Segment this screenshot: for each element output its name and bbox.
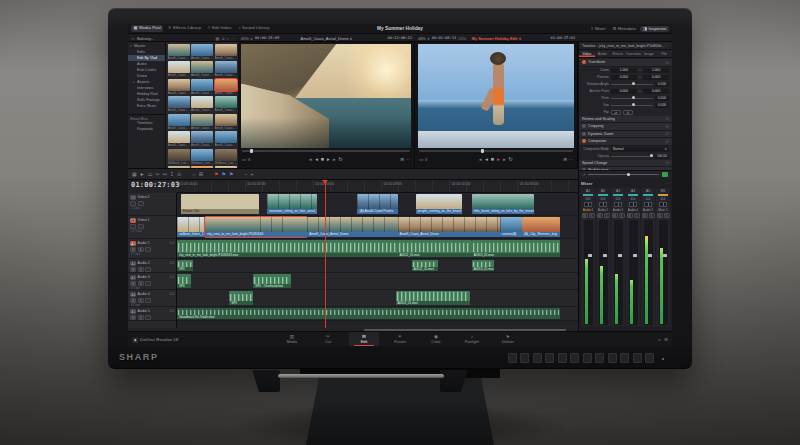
mute-button[interactable]: M — [130, 247, 136, 252]
mute-button[interactable]: M — [642, 213, 648, 218]
fader-handle[interactable] — [663, 254, 667, 257]
loop-button[interactable]: ↻ — [508, 157, 512, 162]
media-clip[interactable]: Amalfi_Coast_Dr... — [191, 61, 213, 77]
track-lock-button[interactable] — [145, 315, 151, 320]
timeline-clip[interactable]: people_running_on_the_beach_(A_Dily — [416, 194, 462, 214]
mute-button[interactable]: M — [612, 213, 618, 218]
fader-handle[interactable] — [603, 254, 607, 257]
razor-tool-icon[interactable]: ✂ — [155, 172, 159, 177]
reset-icon[interactable]: ↺ — [666, 60, 669, 65]
media-clip[interactable]: Amalfi_Coast_Ha... — [168, 131, 190, 147]
go-to-start-button[interactable]: « — [479, 157, 482, 162]
track-destination-a3[interactable]: A3 — [130, 275, 136, 280]
timeline-clip[interactable]: SFX — [229, 291, 253, 305]
timeline-clip[interactable]: sunrise(A) — [500, 217, 522, 237]
play-button[interactable]: ▸ — [497, 157, 500, 162]
pan-control[interactable] — [659, 202, 667, 207]
timeline-clip[interactable]: Amalfi_Coast_Aerial_Drone — [307, 217, 397, 237]
page-tab-deliver[interactable]: ➤Deliver — [493, 332, 523, 346]
fader-handle[interactable] — [633, 254, 637, 257]
timeline-clip[interactable]: little_forest_sitting_on_lake_by_the_mou… — [472, 194, 534, 214]
section-enable-toggle[interactable] — [582, 60, 586, 64]
insert-clip-icon[interactable]: ↦ — [163, 172, 167, 177]
auto-select-button[interactable] — [138, 201, 144, 206]
timeline-viewer-image[interactable] — [418, 44, 574, 148]
media-clip[interactable]: Amalfi_Coast_Pe... — [215, 61, 237, 77]
track-destination-v2[interactable]: V2 — [130, 195, 136, 200]
channel-fader[interactable] — [659, 220, 668, 325]
timeline-clip[interactable]: Fusion Title — [181, 194, 259, 214]
top-tab-effects-library[interactable]: ✳Effects Library — [165, 25, 203, 31]
solo-button[interactable]: S — [619, 213, 625, 218]
media-clip[interactable]: Amalfi_Coast_Pi... — [191, 131, 213, 147]
top-tab-mixer[interactable]: ≡Mixer — [588, 26, 608, 32]
section-enable-toggle[interactable] — [582, 124, 586, 128]
mute-button[interactable]: M — [130, 267, 136, 272]
overwrite-clip-icon[interactable]: ↧ — [170, 172, 174, 177]
media-clip[interactable]: Wellbeck_Lond... — [168, 149, 190, 165]
flip-horizontal-button[interactable]: ⇄ — [611, 110, 621, 115]
value-field[interactable]: 0.000 — [655, 103, 669, 108]
media-clip[interactable]: Amalfi_Coast_Ae... — [215, 44, 237, 60]
timeline-clip[interactable]: SFX — [177, 260, 193, 271]
pan-control[interactable] — [629, 202, 637, 207]
inspector-section-cropping[interactable]: Cropping↺ — [579, 123, 672, 131]
x-value-field[interactable]: 0.000 — [611, 75, 637, 80]
timeline-clip[interactable]: A0013_01.mov — [472, 260, 494, 271]
timeline-ruler[interactable]: 01:00:16:0001:00:20:0001:00:24:0001:00:2… — [177, 180, 578, 193]
timeline-clip[interactable]: (A)_Clip_Shimmer_brig — [522, 217, 560, 237]
project-manager-icon[interactable]: ⌂ — [658, 337, 661, 342]
monitor-button[interactable] — [583, 353, 592, 363]
value-slider[interactable] — [611, 156, 653, 157]
monitor-button[interactable] — [620, 353, 629, 363]
step-back-button[interactable]: ◂ — [485, 157, 488, 162]
solo-button[interactable]: S — [138, 298, 144, 303]
solo-button[interactable]: S — [604, 213, 610, 218]
monitor-button[interactable] — [570, 353, 579, 363]
top-tab-metadata[interactable]: ⊞Metadata — [610, 26, 638, 32]
media-clip[interactable]: Amalfi_Coast_Tr... — [168, 96, 190, 112]
value-field[interactable]: 0.000 — [655, 96, 669, 101]
timeline-clip[interactable]: SFX - Overhead.mov — [253, 274, 291, 288]
inspector-tab-video[interactable]: Video — [579, 50, 595, 57]
monitor-button[interactable] — [520, 353, 529, 363]
solo-button[interactable]: S — [649, 213, 655, 218]
more-options-icon[interactable]: ⋯ — [231, 36, 235, 41]
pan-control[interactable] — [584, 202, 592, 207]
solo-button[interactable]: S — [589, 213, 595, 218]
inspector-section-composite[interactable]: Composite↺ — [579, 138, 672, 146]
timeline-viewer-options[interactable]: ⊞ ⋯ — [563, 153, 573, 166]
solo-button[interactable]: S — [138, 281, 144, 286]
inspector-tab-transition[interactable]: Transition — [626, 50, 642, 57]
page-tab-cut[interactable]: ✂Cut — [313, 332, 343, 346]
top-tab-inspector[interactable]: ◨Inspector — [640, 26, 669, 32]
channel-fader[interactable] — [644, 220, 653, 325]
mute-button[interactable]: M — [597, 213, 603, 218]
media-clip[interactable]: Amalfi_Coast_To... — [215, 114, 237, 130]
inspector-tab-audio[interactable]: Audio — [595, 50, 611, 57]
inspector-section-retime-and-scaling[interactable]: Retime and Scaling↺ — [579, 116, 672, 124]
timeline-clip[interactable]: A0013_01.mov — [396, 291, 470, 305]
section-enable-toggle[interactable] — [582, 132, 586, 136]
solo-button[interactable]: S — [664, 213, 670, 218]
marker-blue-icon[interactable]: ⚑ — [222, 172, 226, 177]
pan-control[interactable] — [599, 202, 607, 207]
solo-button[interactable]: S — [138, 315, 144, 320]
page-tab-color[interactable]: ◉Color — [421, 332, 451, 346]
monitor-button[interactable] — [545, 353, 554, 363]
step-back-button[interactable]: ◂ — [315, 157, 318, 162]
solo-button[interactable]: S — [138, 267, 144, 272]
channel-fader[interactable] — [614, 220, 623, 325]
track-destination-a1[interactable]: A1 — [130, 241, 136, 246]
timeline-clip[interactable]: sky_next_to_me_look_bright-P1080563 — [205, 217, 307, 237]
top-tab-media-pool[interactable]: ▦Media Pool — [131, 25, 163, 31]
track-destination-a5[interactable]: A5 — [130, 309, 136, 314]
timeline-clip[interactable]: SFX — [177, 274, 191, 288]
flip-vertical-button[interactable]: ⇅ — [623, 110, 633, 115]
section-enable-toggle[interactable] — [582, 139, 586, 143]
bin-extra-shots[interactable]: Extra Shots — [128, 103, 165, 109]
media-clip[interactable]: Amalfi_Coast_Su... — [215, 79, 237, 95]
snapping-icon[interactable]: ∩ — [192, 172, 196, 177]
timeline-clip[interactable]: sky_next_to_me_look_bright-P1080563.mov — [177, 240, 398, 257]
x-value-field[interactable]: 1.000 — [611, 68, 637, 73]
